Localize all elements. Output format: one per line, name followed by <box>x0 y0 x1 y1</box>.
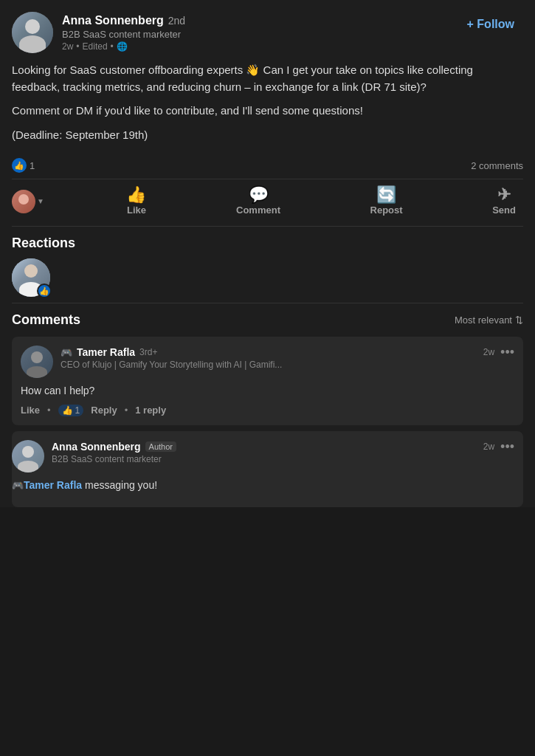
post-meta: 2w • Edited • 🌐 <box>62 41 185 52</box>
like-icon: 👍 <box>126 187 146 203</box>
comment-header-2: Anna Sonnenberg Author 2w ••• B2B SaaS c… <box>12 440 514 472</box>
comment-more-2[interactable]: ••• <box>500 440 514 453</box>
comments-title: Comments <box>12 312 80 328</box>
author-avatar[interactable] <box>12 12 53 53</box>
mention-link[interactable]: Tamer Rafla <box>24 479 82 491</box>
current-user-avatar <box>12 190 35 213</box>
post-paragraph-1: Looking for SaaS customer offboarding ex… <box>12 62 523 95</box>
comment-like-count-1[interactable]: 👍 1 <box>58 405 84 416</box>
commenter-tamer-icon: 🎮 <box>61 347 72 358</box>
post-visibility: 🌐 <box>117 41 128 52</box>
comment-text-2: 🎮Tamer Rafla messaging you! <box>12 478 514 493</box>
reactions-section: Reactions 👍 <box>12 227 523 303</box>
send-button[interactable]: ✈ Send <box>485 182 523 220</box>
comment-text-1: How can I help? <box>21 384 514 399</box>
author-section: Anna Sonnenberg 2nd B2B SaaS content mar… <box>12 12 185 53</box>
comment-reply-count-1[interactable]: 1 reply <box>135 405 166 416</box>
commenter-tamer-time: 2w <box>483 347 494 357</box>
post-separator2: • <box>111 41 114 52</box>
commenter-tamer-meta: 🎮 Tamer Rafla 3rd+ 2w ••• CEO of Klujo |… <box>61 346 514 370</box>
like-label: Like <box>127 205 146 216</box>
post-time: 2w <box>62 41 73 52</box>
comment-label: Comment <box>236 205 280 216</box>
repost-label: Repost <box>370 205 403 216</box>
post-paragraph-3: (Deadline: September 19th) <box>12 127 523 144</box>
comments-header: Comments Most relevant ⇅ <box>12 312 523 328</box>
commenter-tamer-avatar[interactable] <box>21 346 53 378</box>
post-header: Anna Sonnenberg 2nd B2B SaaS content mar… <box>12 12 523 53</box>
mention-icon: 🎮 <box>12 480 24 491</box>
reactor-like-badge: 👍 <box>37 284 52 298</box>
likes-number: 1 <box>30 160 35 171</box>
author-name[interactable]: Anna Sonnenberg <box>62 14 164 27</box>
commenter-anna-title: B2B SaaS content marketer <box>52 454 514 464</box>
comment-header-1: 🎮 Tamer Rafla 3rd+ 2w ••• CEO of Klujo |… <box>21 346 514 378</box>
sort-button[interactable]: Most relevant ⇅ <box>455 315 523 326</box>
commenter-tamer-name[interactable]: Tamer Rafla <box>77 346 135 358</box>
comment-actions-1: Like • 👍 1 Reply • 1 reply <box>21 405 514 416</box>
comment-like-emoji-icon: 👍 <box>62 405 73 416</box>
like-button[interactable]: 👍 Like <box>119 182 153 220</box>
comment-like-btn-1[interactable]: Like <box>21 405 40 416</box>
repost-button[interactable]: 🔄 Repost <box>363 182 410 220</box>
post-edited: Edited <box>83 41 108 52</box>
comment-card-1: 🎮 Tamer Rafla 3rd+ 2w ••• CEO of Klujo |… <box>12 337 523 425</box>
sort-label: Most relevant <box>455 315 512 326</box>
commenter-tamer-connection: 3rd+ <box>139 347 157 357</box>
comment-more-1[interactable]: ••• <box>500 346 514 359</box>
commenter-tamer-name-row: 🎮 Tamer Rafla 3rd+ <box>61 346 157 358</box>
comment-time-row-2: Anna Sonnenberg Author 2w ••• <box>52 440 514 453</box>
action-bar: ▼ 👍 Like 💬 Comment 🔄 Repost ✈ Send <box>12 179 523 227</box>
author-info: Anna Sonnenberg 2nd B2B SaaS content mar… <box>62 14 185 52</box>
comment-like-num-1: 1 <box>75 405 80 416</box>
commenter-anna-name[interactable]: Anna Sonnenberg <box>52 441 141 453</box>
comment-time-row-1: 🎮 Tamer Rafla 3rd+ 2w ••• <box>61 346 514 359</box>
post-separator1: • <box>76 41 79 52</box>
commenter-anna-meta: Anna Sonnenberg Author 2w ••• B2B SaaS c… <box>52 440 514 464</box>
post-content: Looking for SaaS customer offboarding ex… <box>12 62 523 143</box>
like-emoji-icon: 👍 <box>12 158 27 173</box>
follow-button[interactable]: + Follow <box>458 12 523 37</box>
comment-dot-2: • <box>125 405 128 416</box>
comments-section: Comments Most relevant ⇅ 🎮 Tamer Rafla 3… <box>12 303 523 507</box>
send-icon: ✈ <box>497 187 511 203</box>
comment-dot-1: • <box>47 405 51 416</box>
sort-icon: ⇅ <box>515 315 523 326</box>
chevron-down-icon: ▼ <box>37 197 44 205</box>
commenter-tamer-title: CEO of Klujo | Gamify Your Storytelling … <box>61 360 514 370</box>
repost-icon: 🔄 <box>376 187 396 203</box>
commenter-anna-name-row: Anna Sonnenberg Author <box>52 441 176 453</box>
commenter-anna-avatar[interactable] <box>12 440 44 472</box>
reply-text: messaging you! <box>82 479 157 491</box>
send-label: Send <box>492 205 516 216</box>
comment-icon: 💬 <box>249 187 269 203</box>
comment-reply-btn-1[interactable]: Reply <box>91 405 117 416</box>
comments-count[interactable]: 2 comments <box>471 160 523 171</box>
connection-badge: 2nd <box>168 15 185 27</box>
reactions-title: Reactions <box>12 236 523 251</box>
author-title: B2B SaaS content marketer <box>62 29 185 40</box>
engagement-row: 👍 1 2 comments <box>12 152 523 179</box>
reactor-avatar-wrapper[interactable]: 👍 <box>12 258 50 297</box>
author-name-row: Anna Sonnenberg 2nd <box>62 14 185 27</box>
comment-card-2: Anna Sonnenberg Author 2w ••• B2B SaaS c… <box>12 431 523 508</box>
like-count[interactable]: 👍 1 <box>12 158 35 173</box>
post-paragraph-2: Comment or DM if you'd like to contribut… <box>12 103 523 120</box>
current-user-avatar-wrapper[interactable]: ▼ <box>12 190 44 213</box>
comment-button[interactable]: 💬 Comment <box>229 182 288 220</box>
author-badge: Author <box>145 441 176 452</box>
commenter-anna-time: 2w <box>483 441 494 452</box>
